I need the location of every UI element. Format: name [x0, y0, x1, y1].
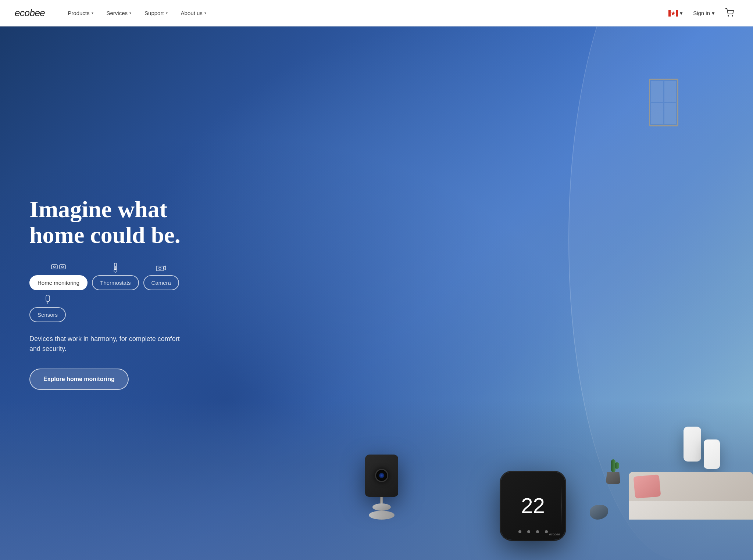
thermostat-temperature: 22: [521, 495, 545, 516]
camera-stand: [380, 497, 383, 503]
thermostat-control-dots: [518, 530, 548, 533]
country-selector[interactable]: ▾: [664, 7, 687, 19]
camera-base: [372, 503, 391, 511]
window-pane-2: [664, 81, 677, 102]
camera-tab-button[interactable]: Camera: [143, 275, 179, 290]
home-monitoring-icon: [51, 263, 66, 273]
window-decoration: [649, 79, 678, 126]
tab-sensors[interactable]: Sensors: [29, 295, 66, 322]
hero-description: Devices that work in harmony, for comple…: [29, 334, 191, 354]
svg-rect-6: [51, 265, 57, 269]
thermostat-body: 22 ecobee: [501, 472, 565, 540]
country-chevron-icon: ▾: [680, 10, 683, 17]
signin-chevron-icon: ▾: [712, 10, 715, 17]
couch-decoration: [629, 472, 753, 520]
explore-cta-button[interactable]: Explore home monitoring: [29, 369, 129, 390]
couch-pillow: [634, 474, 661, 499]
t-dot-2: [527, 530, 530, 533]
svg-point-4: [728, 15, 729, 16]
canada-flag-icon: [668, 10, 678, 17]
t-dot-4: [545, 530, 548, 533]
nav-links: Products ▾ Services ▾ Support ▾ About us…: [63, 7, 664, 19]
sensor-body-1: [684, 427, 701, 462]
svg-rect-14: [46, 295, 50, 302]
thermostat-device: 22 ecobee: [496, 472, 570, 540]
hero-headline: Imagine what home could be.: [29, 197, 191, 248]
window-pane-3: [651, 103, 663, 124]
cart-icon: [725, 8, 734, 17]
thermostat-arc-indicator: [561, 485, 561, 526]
thermostats-tab-button[interactable]: Thermostats: [92, 275, 139, 290]
tab-thermostats[interactable]: Thermostats: [92, 263, 139, 290]
hero-section: Imagine what home could be. Home monitor…: [0, 26, 753, 560]
about-chevron-icon: ▾: [204, 11, 206, 15]
t-dot-3: [536, 530, 539, 533]
camera-device: [360, 455, 404, 520]
nav-support[interactable]: Support ▾: [139, 7, 173, 19]
products-chevron-icon: ▾: [92, 11, 93, 15]
sensor-device: [684, 427, 720, 469]
cactus-stem: [611, 459, 615, 472]
home-monitoring-tab-button[interactable]: Home monitoring: [29, 275, 88, 290]
support-chevron-icon: ▾: [166, 11, 168, 15]
svg-rect-1: [668, 10, 671, 17]
brand-logo[interactable]: ecobee: [15, 7, 45, 19]
services-chevron-icon: ▾: [129, 11, 131, 15]
couch-seat: [629, 501, 753, 520]
svg-point-7: [54, 266, 56, 268]
window-frame: [649, 79, 678, 126]
svg-rect-2: [676, 10, 678, 17]
nav-about[interactable]: About us ▾: [176, 7, 211, 19]
svg-rect-8: [60, 265, 65, 269]
window-pane-4: [664, 103, 677, 124]
hero-products-area: 22 ecobee: [339, 53, 753, 560]
hero-content: Imagine what home could be. Home monitor…: [0, 167, 221, 420]
sensor-icon: [44, 295, 51, 305]
sensors-tab-button[interactable]: Sensors: [29, 307, 66, 322]
camera-icon: [156, 263, 166, 273]
window-pane-1: [651, 81, 663, 102]
nav-right-section: ▾ Sign in ▾: [664, 5, 738, 21]
stone-decoration: [590, 505, 608, 520]
nav-services[interactable]: Services ▾: [101, 7, 137, 19]
thermostat-brand: ecobee: [549, 532, 560, 536]
svg-point-9: [62, 266, 64, 268]
camera-base-plate: [369, 511, 395, 520]
thermostat-icon: [112, 263, 119, 273]
tab-home-monitoring[interactable]: Home monitoring: [29, 263, 88, 290]
product-tabs: Home monitoring Thermostats: [29, 263, 191, 322]
sensor-body-2: [704, 439, 720, 469]
t-dot-1: [518, 530, 521, 533]
svg-point-13: [159, 267, 161, 269]
camera-body: [365, 455, 398, 497]
navbar: ecobee Products ▾ Services ▾ Support ▾ A…: [0, 0, 753, 26]
thermostat-display: 22: [521, 495, 545, 516]
svg-point-5: [732, 15, 733, 16]
nav-products[interactable]: Products ▾: [63, 7, 98, 19]
signin-button[interactable]: Sign in ▾: [689, 7, 719, 19]
cactus-decoration: [606, 459, 621, 484]
camera-lens: [375, 469, 388, 482]
cart-button[interactable]: [721, 5, 738, 21]
cactus-arm: [615, 462, 619, 469]
tab-camera[interactable]: Camera: [143, 263, 179, 290]
cactus-pot: [606, 472, 621, 484]
